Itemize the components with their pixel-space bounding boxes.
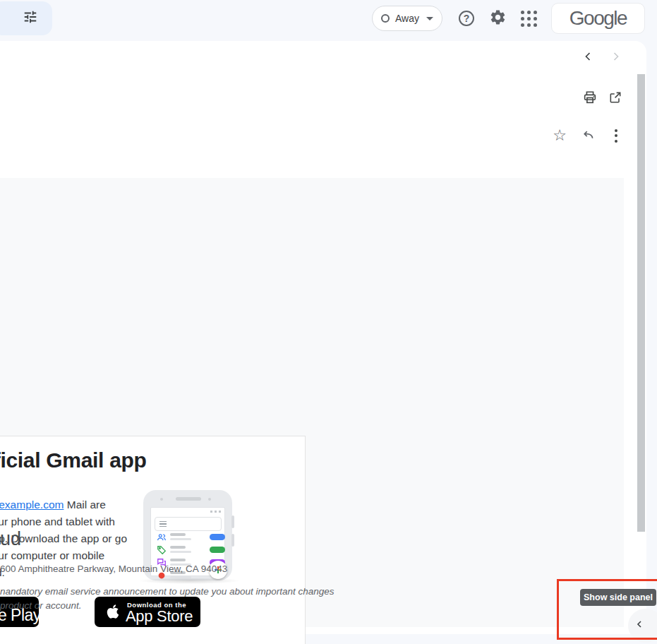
open-in-new-window-button[interactable] [603, 86, 628, 112]
reply-button[interactable] [575, 123, 601, 148]
people-icon [157, 532, 167, 545]
phone-camera-dot [208, 498, 211, 501]
green-pill [210, 547, 225, 553]
print-icon [582, 90, 598, 108]
status-chip-label: Away [395, 13, 419, 24]
phone-searchbar [155, 517, 222, 531]
chevron-left-icon [634, 619, 645, 633]
google-logo: Google [569, 7, 627, 30]
chevron-left-icon [581, 49, 595, 66]
scrollbar-thumb[interactable] [637, 74, 645, 532]
google-logo-box: Google [551, 3, 645, 34]
disclaimer-line: product or account. [0, 600, 82, 611]
print-button[interactable] [577, 86, 603, 112]
chevron-right-icon [609, 49, 623, 66]
tune-button[interactable] [0, 1, 52, 35]
apps-button[interactable] [514, 4, 543, 32]
app-store-badge[interactable]: Download on the App Store [95, 597, 200, 627]
paragraph-line: of example.com Mail are [0, 496, 127, 513]
newer-email-button[interactable] [575, 45, 601, 71]
settings-button[interactable] [483, 4, 512, 32]
gear-icon [489, 8, 507, 29]
caret-down-icon [426, 17, 433, 20]
help-button[interactable]: ? [452, 4, 481, 32]
sender-brand-text: ud [0, 528, 21, 550]
phone-status-icons [210, 511, 221, 513]
tag-icon [157, 545, 167, 558]
example-link[interactable]: example.com [0, 499, 64, 511]
show-side-panel-button[interactable] [628, 609, 657, 643]
phone-side-button [231, 534, 234, 547]
email-body: fficial Gmail app of example.com Mail ar… [0, 178, 624, 627]
tune-icon [23, 9, 38, 28]
apple-icon [104, 602, 122, 624]
star-button[interactable]: ☆ [547, 123, 572, 148]
phone-list-row [151, 532, 226, 543]
hamburger-icon [159, 521, 167, 527]
more-vert-icon [615, 129, 617, 143]
address-text: 600 Amphitheatre Parkway, Mountain View,… [0, 564, 227, 574]
disclaimer-line: nandatory email service announcement to … [0, 586, 334, 597]
apps-grid-icon [521, 11, 537, 27]
appstore-badge-main-text: App Store [126, 607, 193, 626]
blue-pill [210, 534, 225, 540]
help-icon: ? [459, 11, 474, 26]
promo-heading: fficial Gmail app [0, 448, 147, 472]
gmail-app-promo-card: fficial Gmail app of example.com Mail ar… [0, 436, 306, 644]
phone-camera-dot [160, 498, 163, 501]
presence-circle-icon [381, 14, 390, 23]
phone-shadow [138, 578, 240, 584]
phone-list-row [151, 544, 226, 556]
phone-speaker [176, 497, 201, 501]
reply-icon [581, 127, 596, 145]
gmail-window: Away ? Google [0, 0, 657, 644]
open-in-new-icon [608, 90, 622, 107]
more-options-button[interactable] [603, 123, 629, 148]
phone-side-button [231, 515, 234, 528]
star-icon: ☆ [553, 128, 567, 143]
status-chip[interactable]: Away [372, 6, 442, 31]
show-side-panel-tooltip: Show side panel [580, 589, 656, 606]
older-email-button[interactable] [603, 45, 629, 71]
